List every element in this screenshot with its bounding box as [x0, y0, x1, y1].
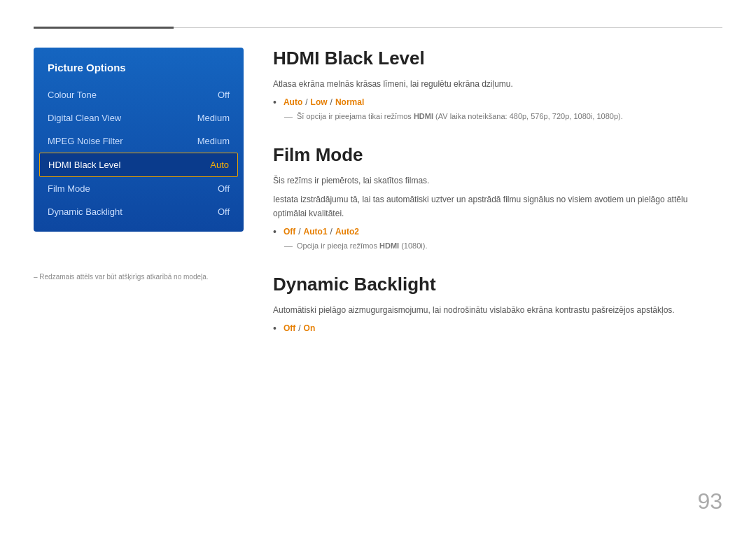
opt-low: Low	[311, 97, 328, 107]
menu-box: Picture Options Colour ToneOffDigital Cl…	[34, 48, 244, 232]
top-bar-light-segment	[174, 27, 722, 28]
hdmi-black-level-options: • Auto / Low / Normal	[273, 97, 722, 108]
menu-item-value: Medium	[197, 113, 230, 123]
dynamic-backlight-options: • Off / On	[273, 323, 722, 334]
section-film-mode: Film Mode Šis režīms ir piemērots, lai s…	[273, 144, 722, 251]
top-bar-dark-segment	[34, 27, 174, 29]
bullet-icon-3: •	[273, 323, 276, 334]
film-mode-title: Film Mode	[273, 144, 722, 166]
sep4: /	[330, 227, 332, 237]
menu-title: Picture Options	[34, 56, 244, 83]
dynamic-backlight-desc: Automātiski pielāgo aizmugurgaismojumu, …	[273, 304, 722, 317]
note-text-2: Opcija ir pieeja režīmos HDMI (1080i).	[297, 241, 427, 250]
film-mode-note: — Opcija ir pieeja režīmos HDMI (1080i).	[273, 241, 722, 251]
menu-item-value: Medium	[197, 136, 230, 146]
menu-item-label: Colour Tone	[48, 90, 97, 100]
opt-auto: Auto	[284, 97, 302, 107]
opt-on: On	[304, 323, 316, 333]
menu-item-film-mode[interactable]: Film ModeOff	[34, 177, 244, 200]
right-panel: HDMI Black Level Atlasa ekrāna melnās kr…	[273, 48, 722, 356]
sep3: /	[298, 227, 300, 237]
menu-items-list: Colour ToneOffDigital Clean ViewMediumMP…	[34, 83, 244, 223]
dynamic-backlight-title: Dynamic Backlight	[273, 274, 722, 295]
opt-off-2: Off	[284, 323, 295, 333]
top-bar	[34, 27, 722, 29]
menu-item-value: Off	[218, 183, 230, 194]
sep1: /	[305, 97, 307, 107]
menu-item-value: Auto	[210, 160, 229, 170]
menu-item-value: Off	[218, 206, 230, 217]
hdmi-black-level-note: — Šī opcija ir pieejama tikai režīmos HD…	[273, 112, 722, 122]
opt-auto1: Auto1	[304, 227, 328, 237]
menu-item-label: Digital Clean View	[48, 113, 121, 123]
hdmi-black-level-title: HDMI Black Level	[273, 48, 722, 69]
hdmi-black-level-desc: Atlasa ekrāna melnās krāsas līmeni, lai …	[273, 78, 722, 91]
left-panel: Picture Options Colour ToneOffDigital Cl…	[34, 48, 244, 232]
section-dynamic-backlight: Dynamic Backlight Automātiski pielāgo ai…	[273, 274, 722, 334]
menu-item-value: Off	[218, 90, 230, 100]
bullet-icon: •	[273, 97, 276, 108]
note-dash-2: —	[284, 241, 293, 251]
opt-off: Off	[284, 227, 295, 237]
opt-normal: Normal	[335, 97, 364, 107]
film-mode-options: • Off / Auto1 / Auto2	[273, 226, 722, 237]
film-mode-desc2: Iestata izstrādājumu tā, lai tas automāt…	[273, 193, 722, 220]
menu-item-colour-tone[interactable]: Colour ToneOff	[34, 83, 244, 106]
menu-item-digital-clean-view[interactable]: Digital Clean ViewMedium	[34, 106, 244, 129]
left-footnote: – Redzamais attēls var būt atšķirīgs atk…	[34, 273, 209, 281]
menu-item-label: Dynamic Backlight	[48, 206, 122, 217]
menu-item-dynamic-backlight[interactable]: Dynamic BacklightOff	[34, 200, 244, 223]
section-hdmi-black-level: HDMI Black Level Atlasa ekrāna melnās kr…	[273, 48, 722, 122]
menu-item-label: Film Mode	[48, 183, 90, 194]
page-number: 93	[697, 489, 722, 514]
menu-item-label: HDMI Black Level	[48, 160, 120, 170]
sep2: /	[330, 97, 332, 107]
note-dash: —	[284, 112, 293, 122]
bullet-icon-2: •	[273, 226, 276, 237]
menu-item-label: MPEG Noise Filter	[48, 136, 123, 146]
menu-item-mpeg-noise-filter[interactable]: MPEG Noise FilterMedium	[34, 129, 244, 153]
sep5: /	[298, 323, 300, 333]
note-text: Šī opcija ir pieejama tikai režīmos HDMI…	[297, 112, 623, 120]
film-mode-desc1: Šis režīms ir piemērots, lai skatītos fi…	[273, 174, 722, 188]
opt-auto2: Auto2	[335, 227, 359, 237]
menu-item-hdmi-black-level[interactable]: HDMI Black LevelAuto	[39, 153, 238, 177]
